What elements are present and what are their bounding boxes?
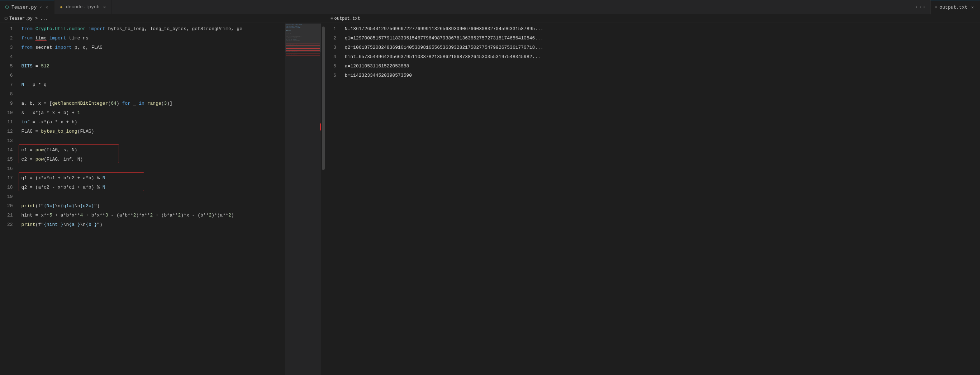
ipynb-file-icon: ◈ [59, 5, 64, 10]
code-line-9: a, b, x = [getRandomNBitInteger(64) for … [22, 99, 285, 108]
code-line-7: N = p * q [22, 80, 285, 90]
txt-file-icon: ≡ [935, 5, 937, 10]
breadcrumb-left-text: Teaser.py > ... [9, 16, 48, 21]
code-line-1: from Crypto.Util.number import bytes_to_… [22, 24, 285, 34]
breadcrumb-right-icon: ≡ [331, 16, 333, 21]
code-line-13 [22, 136, 285, 146]
code-line-4 [22, 52, 285, 62]
tab-badge: 7 [40, 5, 42, 10]
code-line-2: from time import time_ns [22, 34, 285, 43]
output-line-4: hint=65735449642356637951103878213586210… [345, 52, 980, 62]
breadcrumb-left: ⬡ Teaser.py > ... [0, 14, 326, 23]
scrollbar-left[interactable] [321, 23, 326, 375]
tab-output-label: output.txt [940, 5, 967, 10]
tab-close-output[interactable]: ✕ [970, 4, 975, 10]
code-line-12: FLAG = bytes_to_long(FLAG) [22, 127, 285, 136]
code-line-18: q2 = (a*c2 - x*b*c1 + a*b) % N [22, 183, 285, 192]
code-line-5: BITS = 512 [22, 62, 285, 71]
tab-decode-label: decode.ipynb [66, 4, 100, 10]
line-numbers: 1 2 3 4 5 6 7 8 9 10 11 12 13 14 15 16 1… [0, 23, 17, 375]
tab-teaser-py[interactable]: ⬡ Teaser.py 7 ✕ [0, 0, 54, 14]
code-line-8 [22, 90, 285, 99]
code-content[interactable]: from Crypto.Util.number import bytes_to_… [17, 23, 285, 375]
tab-decode-ipynb[interactable]: ◈ decode.ipynb ✕ [54, 0, 112, 14]
output-line-3: q2=1061875208248369161405309816556536393… [345, 43, 980, 52]
editor-area: ⬡ Teaser.py > ... 1 2 3 4 5 6 7 8 9 10 1… [0, 14, 980, 375]
code-line-21: hint = x**5 + a*b*x**4 + b*x**3 - (a*b**… [22, 211, 285, 220]
code-line-6 [22, 71, 285, 80]
code-line-16 [22, 164, 285, 173]
code-area-right[interactable]: 1 2 3 4 5 6 N=13617265441297569667227769… [326, 23, 980, 375]
left-pane: ⬡ Teaser.py > ... 1 2 3 4 5 6 7 8 9 10 1… [0, 14, 326, 375]
right-pane: ≡ output.txt 1 2 3 4 5 6 N=1361726544129… [326, 14, 980, 375]
py-file-icon: ⬡ [4, 5, 9, 10]
tab-output-txt[interactable]: ≡ output.txt ✕ [931, 0, 980, 14]
code-line-19 [22, 192, 285, 202]
output-content: N=13617265441297569667227769991132656893… [340, 23, 980, 375]
code-line-3: from secret import p, q, FLAG [22, 43, 285, 52]
output-line-5: a=120110531161522053888 [345, 62, 980, 71]
code-line-15: c2 = pow(FLAG, inf, N) [22, 155, 285, 164]
output-line-numbers: 1 2 3 4 5 6 [326, 23, 340, 375]
minimap[interactable]: from Crypto.Util.number import from time… [285, 23, 321, 375]
breadcrumb-right: ≡ output.txt [326, 14, 980, 23]
code-area-left[interactable]: 1 2 3 4 5 6 7 8 9 10 11 12 13 14 15 16 1… [0, 23, 326, 375]
code-line-10: s = x*(a * x + b) + 1 [22, 108, 285, 118]
minimap-viewport [285, 24, 321, 52]
tab-close-decode[interactable]: ✕ [102, 4, 107, 10]
output-line-6: b=1142323344520390573590 [345, 71, 980, 80]
tab-bar: ⬡ Teaser.py 7 ✕ ◈ decode.ipynb ✕ ··· ≡ o… [0, 0, 980, 14]
breadcrumb-right-text: output.txt [334, 16, 360, 21]
code-line-20: print(f"{N=}\n{q1=}\n{q2=}") [22, 202, 285, 211]
output-line-2: q1=1297008515779118339515467796498793867… [345, 34, 980, 43]
code-line-22: print(f"{hint=}\n{a=}\n{b=}") [22, 220, 285, 229]
code-line-11: inf = -x*(a * x + b) [22, 118, 285, 127]
code-line-17: q1 = (x*a*c1 + b*c2 + a*b) % N [22, 173, 285, 183]
tab-more-button[interactable]: ··· [910, 0, 930, 14]
tab-teaser-label: Teaser.py [11, 5, 37, 10]
breadcrumb-file-icon: ⬡ [4, 16, 8, 21]
tab-close-teaser[interactable]: ✕ [44, 4, 50, 10]
output-line-1: N=13617265441297569667227769991132656893… [345, 24, 980, 34]
code-line-14: c1 = pow(FLAG, s, N) [22, 146, 285, 155]
scrollbar-thumb-left[interactable] [322, 27, 325, 170]
